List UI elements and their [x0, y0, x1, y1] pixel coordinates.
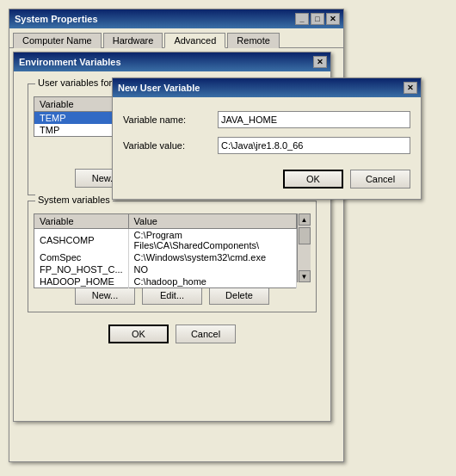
variable-name-row: Variable name:	[123, 111, 410, 128]
system-vars-group: System variables Variable Value CASHCOMP…	[28, 201, 317, 312]
tab-remote[interactable]: Remote	[227, 33, 280, 48]
tabs-bar: Computer Name Hardware Advanced Remote	[9, 28, 343, 48]
new-user-variable-dialog: New User Variable ✕ Variable name: Varia…	[112, 77, 422, 200]
system-vars-table: Variable Value CASHCOMP C:\Program Files…	[34, 213, 297, 288]
system-vars-col-value: Value	[128, 214, 296, 229]
system-properties-title: System Properties	[15, 14, 295, 24]
system-vars-row[interactable]: CASHCOMP C:\Program Files\CA\SharedCompo…	[34, 229, 297, 252]
env-vars-title-bar[interactable]: Environment Variables ✕	[14, 53, 330, 71]
system-vars-edit-button[interactable]: Edit...	[142, 286, 202, 305]
fp-no-host-value: NO	[128, 263, 296, 275]
system-vars-delete-button[interactable]: Delete	[209, 286, 269, 305]
sys-scrollbar-up-arrow[interactable]: ▲	[299, 213, 311, 226]
system-vars-new-button[interactable]: New...	[75, 286, 135, 305]
system-vars-row[interactable]: HADOOP_HOME C:\hadoop_home	[34, 275, 297, 288]
env-vars-title: Environment Variables	[19, 57, 313, 67]
env-vars-cancel-button[interactable]: Cancel	[176, 325, 236, 343]
system-vars-row[interactable]: ComSpec C:\Windows\system32\cmd.exe	[34, 251, 297, 263]
system-vars-row[interactable]: FP_NO_HOST_C... NO	[34, 263, 297, 275]
fp-no-host-var: FP_NO_HOST_C...	[34, 263, 129, 275]
system-vars-scrollbar[interactable]: ▲ ▼	[297, 213, 311, 282]
new-var-btn-row: OK Cancel	[123, 163, 410, 190]
hadoop-home-var: HADOOP_HOME	[34, 275, 129, 288]
env-vars-close-button[interactable]: ✕	[313, 56, 327, 68]
title-bar-controls: _ □ ✕	[295, 13, 340, 25]
variable-value-row: Variable value:	[123, 137, 410, 154]
new-var-title-bar[interactable]: New User Variable ✕	[113, 78, 421, 97]
env-vars-bottom-buttons: OK Cancel	[21, 318, 324, 349]
cashcomp-var: CASHCOMP	[34, 229, 129, 252]
env-vars-title-controls: ✕	[313, 56, 327, 68]
minimize-button[interactable]: _	[295, 13, 309, 25]
comspec-var: ComSpec	[34, 251, 129, 263]
tab-hardware[interactable]: Hardware	[103, 33, 163, 48]
hadoop-home-value: C:\hadoop_home	[128, 275, 296, 288]
variable-name-label: Variable name:	[123, 114, 218, 125]
new-var-close-button[interactable]: ✕	[404, 82, 417, 94]
variable-name-input[interactable]	[218, 111, 410, 128]
system-vars-label: System variables	[35, 195, 113, 205]
sys-scrollbar-down-arrow[interactable]: ▼	[299, 270, 311, 282]
new-var-body: Variable name: Variable value: OK Cancel	[113, 97, 421, 199]
variable-value-label: Variable value:	[123, 140, 218, 151]
cashcomp-value: C:\Program Files\CA\SharedComponents\	[128, 229, 296, 252]
system-vars-col-variable: Variable	[34, 214, 129, 229]
new-var-title: New User Variable	[118, 83, 404, 93]
new-var-title-controls: ✕	[404, 82, 417, 94]
tab-advanced[interactable]: Advanced	[164, 33, 225, 48]
maximize-button[interactable]: □	[311, 13, 324, 25]
comspec-value: C:\Windows\system32\cmd.exe	[128, 251, 296, 263]
new-var-cancel-button[interactable]: Cancel	[350, 170, 410, 189]
new-var-ok-button[interactable]: OK	[283, 170, 343, 189]
close-button[interactable]: ✕	[326, 13, 340, 25]
sys-scrollbar-thumb[interactable]	[299, 227, 311, 244]
env-vars-ok-button[interactable]: OK	[108, 325, 169, 343]
variable-value-input[interactable]	[218, 137, 410, 154]
system-properties-title-bar[interactable]: System Properties _ □ ✕	[9, 9, 343, 28]
system-vars-table-wrap: Variable Value CASHCOMP C:\Program Files…	[34, 213, 311, 282]
tab-computer-name[interactable]: Computer Name	[13, 33, 102, 48]
